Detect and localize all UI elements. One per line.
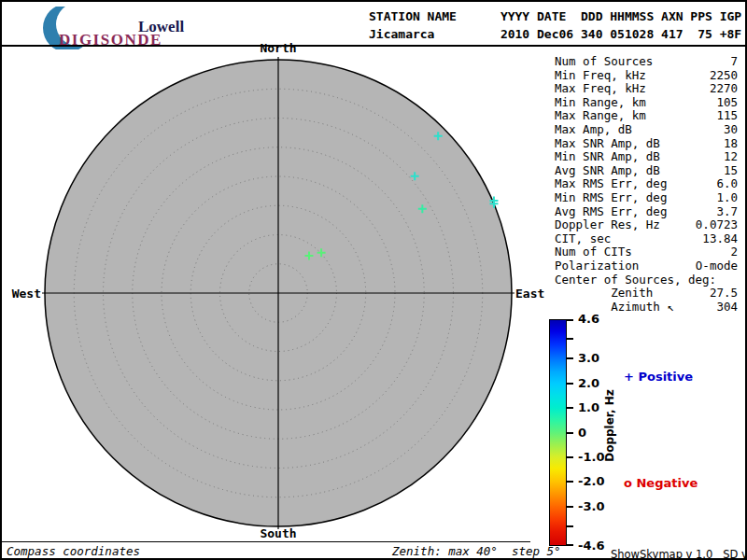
colorbar-tick xyxy=(567,432,573,434)
stat-row: Num of Sources7 xyxy=(555,55,738,69)
showskymap-window: Lowell DIGISONDE STATION NAME YYYY DATE … xyxy=(0,0,747,560)
compass-label-west: West xyxy=(4,287,41,301)
stat-value: 1.0 xyxy=(716,191,738,205)
stat-value: 6.0 xyxy=(716,177,738,191)
stat-label: Zenith xyxy=(555,287,653,301)
colorbar-tick xyxy=(567,544,573,546)
stat-value: 18 xyxy=(724,137,738,151)
legend-negative-label: Negative xyxy=(636,476,698,490)
colorbar-tick xyxy=(567,338,573,340)
legend-negative: o Negative xyxy=(624,476,698,490)
stat-label: Max SNR Amp, dB xyxy=(555,137,660,151)
stat-value: 30 xyxy=(724,123,738,137)
colorbar-tick-label: 3.0 xyxy=(578,351,599,366)
stat-label: CIT, sec xyxy=(555,232,611,246)
footer-coordinates-note: Compass coordinates xyxy=(7,544,140,558)
stat-value: 304 xyxy=(716,301,738,315)
stat-label: Max Range, km xyxy=(555,109,646,123)
stat-row: CIT, sec13.84 xyxy=(555,232,738,246)
stat-row: Num of CITs2 xyxy=(555,245,738,259)
stat-row: Max Freq, kHz2270 xyxy=(555,82,738,96)
stat-label: Min Freq, kHz xyxy=(555,69,646,83)
stat-label: Center of Sources, deg: xyxy=(555,273,716,287)
stat-label: Min Range, km xyxy=(555,96,646,110)
skymap-plot xyxy=(39,54,517,532)
footer-version-note: ShowSkymap v 1.0 SD v 4.2 xyxy=(611,548,747,560)
stat-label: Polarization xyxy=(555,259,639,273)
stat-row: Min Freq, kHz2250 xyxy=(555,69,738,83)
colorbar-tick xyxy=(567,525,573,527)
colorbar-tick-label: 4.6 xyxy=(578,312,599,327)
stat-value: 15 xyxy=(724,164,738,178)
station-header-row-labels: STATION NAME YYYY DATE DDD HHMMSS AXN PP… xyxy=(369,9,741,23)
stat-label: Max Freq, kHz xyxy=(555,82,646,96)
colorbar-tick-label: -1.0 xyxy=(578,450,604,465)
station-header-row-values: Jicamarca 2010 Dec06 340 051028 417 75 +… xyxy=(369,27,741,41)
plus-marker-icon: + xyxy=(624,370,634,384)
doppler-colorbar xyxy=(549,319,567,546)
colorbar-tick xyxy=(567,481,573,483)
colorbar-tick xyxy=(567,456,573,458)
footer-zenith-note: Zenith: max 40° step 5° xyxy=(392,544,561,558)
stat-value: 2250 xyxy=(710,69,738,83)
stat-row: Min RMS Err, deg1.0 xyxy=(555,191,738,205)
circle-marker-icon: o xyxy=(624,476,632,490)
colorbar-tick xyxy=(567,357,573,359)
colorbar-tick xyxy=(567,383,573,385)
stat-value: 13.84 xyxy=(702,232,738,246)
station-header: STATION NAME YYYY DATE DDD HHMMSS AXN PP… xyxy=(369,7,741,43)
stat-label: Max RMS Err, deg xyxy=(555,177,667,191)
stat-label: Min SNR Amp, dB xyxy=(555,150,660,164)
stat-row: Avg RMS Err, deg3.7 xyxy=(555,205,738,219)
stat-value: 2270 xyxy=(710,82,738,96)
stat-row: Doppler Res, Hz0.0723 xyxy=(555,218,738,232)
colorbar-tick-label: -3.0 xyxy=(578,499,604,514)
stat-label: Num of CITs xyxy=(555,245,632,259)
header-divider xyxy=(2,45,745,47)
legend-positive: + Positive xyxy=(624,370,693,384)
stat-label: Doppler Res, Hz xyxy=(555,218,660,232)
colorbar-tick-label: 0 xyxy=(578,426,586,441)
compass-label-north: North xyxy=(254,41,303,55)
stat-value: 27.5 xyxy=(710,287,738,301)
stat-label: Azimuth ↖ xyxy=(555,301,674,315)
stat-value: 7 xyxy=(730,55,738,69)
stat-value: 0.0723 xyxy=(696,218,738,232)
stat-value: 2 xyxy=(730,245,738,259)
stat-value: 115 xyxy=(716,109,738,123)
stat-label: Max Amp, dB xyxy=(555,123,632,137)
colorbar-tick-label: 2.0 xyxy=(578,376,599,391)
stat-row: Max Amp, dB30 xyxy=(555,123,738,137)
colorbar-tick-label: -2.0 xyxy=(578,474,604,489)
stat-label: Num of Sources xyxy=(555,55,653,69)
legend-positive-label: Positive xyxy=(638,370,693,384)
stat-row: Min Range, km105 xyxy=(555,96,738,110)
stats-panel: Num of Sources7Min Freq, kHz2250Max Freq… xyxy=(555,55,738,314)
stat-row: Max SNR Amp, dB18 xyxy=(555,137,738,151)
colorbar-tick xyxy=(567,407,573,409)
stat-value: O-mode xyxy=(696,259,738,273)
stat-row: Center of Sources, deg: xyxy=(555,273,738,287)
stat-value: 105 xyxy=(716,96,738,110)
stat-row: PolarizationO-mode xyxy=(555,259,738,273)
stat-value: 3.7 xyxy=(716,205,738,219)
stat-row: Avg SNR Amp, dB15 xyxy=(555,164,738,178)
colorbar-tick-label: -4.6 xyxy=(578,539,604,553)
footer-divider xyxy=(2,541,530,542)
colorbar-tick xyxy=(567,319,573,321)
compass-label-east: East xyxy=(515,287,557,301)
stat-label: Avg SNR Amp, dB xyxy=(555,164,660,178)
stat-row: Max RMS Err, deg6.0 xyxy=(555,177,738,191)
doppler-colorbar-title: Doppler, Hz xyxy=(603,388,616,463)
stat-row: Min SNR Amp, dB12 xyxy=(555,150,738,164)
stat-row: Zenith27.5 xyxy=(555,287,738,301)
logo-digisonde-text: DIGISONDE xyxy=(59,31,162,49)
colorbar-tick-label: 1.0 xyxy=(578,400,599,415)
stat-label: Min RMS Err, deg xyxy=(555,191,667,205)
stat-label: Avg RMS Err, deg xyxy=(555,205,667,219)
stat-value: 12 xyxy=(724,150,738,164)
colorbar-tick xyxy=(567,506,573,508)
stat-row: Max Range, km115 xyxy=(555,109,738,123)
